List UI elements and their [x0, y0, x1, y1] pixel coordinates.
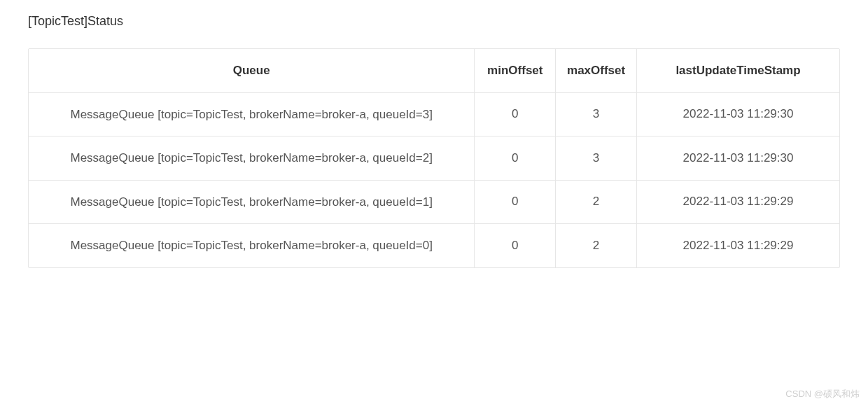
cell-minoffset: 0	[475, 180, 556, 224]
col-header-maxoffset: maxOffset	[556, 49, 637, 92]
cell-queue: MessageQueue [topic=TopicTest, brokerNam…	[29, 136, 475, 181]
dialog-title: [TopicTest]Status	[28, 14, 840, 29]
cell-queue: MessageQueue [topic=TopicTest, brokerNam…	[29, 180, 475, 224]
cell-maxoffset: 3	[556, 136, 637, 181]
cell-queue: MessageQueue [topic=TopicTest, brokerNam…	[29, 92, 475, 136]
cell-lastupdate: 2022-11-03 11:29:29	[636, 180, 839, 224]
cell-minoffset: 0	[475, 224, 556, 267]
table-row: MessageQueue [topic=TopicTest, brokerNam…	[29, 224, 839, 267]
cell-queue: MessageQueue [topic=TopicTest, brokerNam…	[29, 224, 475, 267]
watermark-text: CSDN @硕风和炜	[785, 388, 860, 400]
table-header-row: Queue minOffset maxOffset lastUpdateTime…	[29, 49, 839, 92]
table-row: MessageQueue [topic=TopicTest, brokerNam…	[29, 92, 839, 136]
status-table: Queue minOffset maxOffset lastUpdateTime…	[29, 49, 839, 267]
table-row: MessageQueue [topic=TopicTest, brokerNam…	[29, 180, 839, 224]
cell-maxoffset: 3	[556, 92, 637, 136]
cell-lastupdate: 2022-11-03 11:29:30	[636, 92, 839, 136]
cell-maxoffset: 2	[556, 224, 637, 267]
cell-lastupdate: 2022-11-03 11:29:30	[636, 136, 839, 181]
col-header-queue: Queue	[29, 49, 475, 92]
col-header-lastupdate: lastUpdateTimeStamp	[636, 49, 839, 92]
cell-minoffset: 0	[475, 92, 556, 136]
status-table-container: Queue minOffset maxOffset lastUpdateTime…	[28, 48, 840, 268]
table-row: MessageQueue [topic=TopicTest, brokerNam…	[29, 136, 839, 181]
col-header-minoffset: minOffset	[475, 49, 556, 92]
cell-minoffset: 0	[475, 136, 556, 181]
cell-lastupdate: 2022-11-03 11:29:29	[636, 224, 839, 267]
cell-maxoffset: 2	[556, 180, 637, 224]
